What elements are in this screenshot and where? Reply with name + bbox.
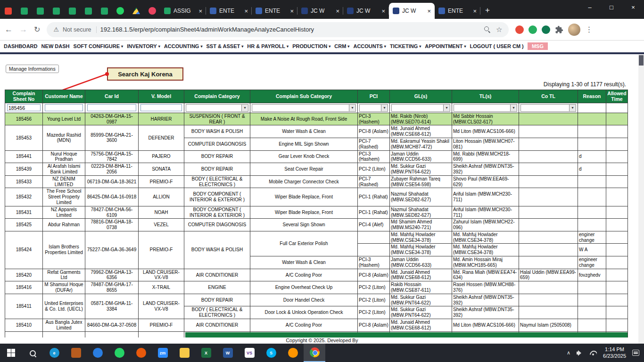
table-row[interactable]: 185453Mazedur Rashid (MDN)85999-DM-GHA-2… — [5, 125, 628, 138]
pinned-tab-sheets-6[interactable] — [96, 3, 112, 19]
table-row[interactable]: 185433NZ DENIM LIMITED06719-DM-GA-18-362… — [5, 175, 628, 188]
column-header[interactable]: Car Id — [85, 90, 139, 103]
column-header[interactable]: Customer Name — [43, 90, 85, 103]
filter-co-tl-select[interactable]: ▾ — [520, 104, 576, 112]
nav-item-soft-configure[interactable]: SOFT CONFIGURE▾ — [74, 43, 123, 49]
tab-close-icon[interactable]: × — [290, 8, 294, 15]
table-row[interactable]: 185410Aus Bangla Jutex Limited84660-DM-G… — [5, 319, 628, 332]
table-row[interactable]: 185432The Free School Street Property Li… — [5, 188, 628, 206]
taskbar-search-button[interactable] — [22, 344, 43, 362]
tab-close-icon[interactable]: × — [244, 8, 248, 15]
pinned-tab-gmail[interactable] — [0, 3, 16, 19]
taskbar-app-chrome[interactable] — [304, 344, 325, 362]
taskbar-app-app-orange[interactable] — [65, 344, 87, 362]
nav-item-logout-user-cm[interactable]: LOGOUT ( USER CM ) — [470, 43, 524, 49]
nav-item-accounting[interactable]: ACCOUNTING▾ — [164, 43, 203, 49]
filter-complain-sheet-no-input[interactable] — [7, 104, 41, 111]
security-label[interactable]: Not secure — [63, 26, 96, 33]
extension-icon-dark-green[interactable] — [542, 25, 550, 34]
taskbar-app-zoom[interactable]: zm — [152, 344, 173, 362]
pinned-tab-sheets-2[interactable] — [32, 3, 48, 19]
taskbar-app-app-blue[interactable] — [87, 344, 108, 362]
pinned-tab-misc[interactable] — [144, 3, 160, 19]
forward-icon[interactable]: → — [19, 25, 27, 34]
tab-close-icon[interactable]: × — [473, 8, 477, 15]
table-row[interactable]: 185441Nurul Hoque Pradhan75756-DM-GHA-15… — [5, 150, 628, 163]
action-center-icon[interactable] — [632, 350, 639, 356]
table-row[interactable]: 185420Refat Garments Ltd79962-DM-GHA-13-… — [5, 269, 628, 281]
url-text[interactable]: 192.168.1.5/erp/erp/complainSheet4/admin… — [100, 26, 314, 33]
pinned-tab-sheets-1[interactable] — [16, 3, 32, 19]
taskbar-app-firefox[interactable] — [130, 344, 152, 362]
nav-item-hr-payroll[interactable]: HR & PAYROLL▾ — [247, 43, 289, 49]
column-header[interactable]: Reason — [578, 90, 606, 103]
back-icon[interactable]: ← — [5, 25, 13, 34]
browser-menu-icon[interactable]: ⋮ — [585, 25, 593, 34]
browser-tab[interactable]: ENTE× — [435, 3, 480, 19]
filter-complain-sub-category-select[interactable]: ▾ — [252, 104, 356, 112]
filter-car-id-input[interactable] — [87, 104, 136, 111]
filter-v-model-input[interactable] — [140, 104, 182, 111]
filter-customer-name-input[interactable] — [45, 104, 83, 111]
browser-tab[interactable]: JC W× — [343, 3, 389, 19]
column-header[interactable]: V. Model — [139, 90, 184, 103]
column-header[interactable]: Complain Category — [184, 90, 250, 103]
browser-tab[interactable]: ASSIG× — [160, 3, 206, 19]
pinned-tab-whatsapp[interactable] — [112, 3, 128, 19]
taskbar-app-visual-studio[interactable]: VS — [239, 344, 260, 362]
filter-tl-select[interactable]: ▾ — [454, 104, 517, 112]
filter-pci-select[interactable]: ▾ — [359, 104, 388, 112]
browser-tab[interactable]: JC W× — [389, 3, 435, 19]
reload-icon[interactable]: ↻ — [34, 25, 40, 34]
scrollbar-thumb[interactable] — [639, 55, 644, 66]
msg-badge[interactable]: MSG — [528, 42, 548, 50]
column-header[interactable]: TL(s) — [452, 90, 519, 103]
new-tab-button[interactable]: + — [485, 6, 490, 15]
pinned-tab-sheets-5[interactable] — [80, 3, 96, 19]
column-header[interactable]: Complain Sub Category — [250, 90, 358, 103]
column-header[interactable]: Co TL — [519, 90, 578, 103]
taskbar-app-word[interactable]: W — [217, 344, 239, 362]
taskbar-app-excel[interactable]: X — [195, 344, 217, 362]
table-row[interactable]: 185425Abdur Rahman78816-DM-GHA-18-0738VE… — [5, 219, 628, 231]
table-row[interactable]: 185416M Shamsul Hoque (DUFAr)78487-DM-GH… — [5, 281, 628, 294]
taskbar-app-firefox-2[interactable] — [282, 344, 304, 362]
nav-item-accounts[interactable]: ACCOUNTS▾ — [353, 43, 386, 49]
browser-tab[interactable]: JC W× — [297, 3, 343, 19]
hidden-icons-chevron[interactable]: ∧ — [567, 350, 570, 356]
browser-tab[interactable]: ENTE× — [252, 3, 297, 19]
nav-item-sst-asset[interactable]: SST & ASSET▾ — [206, 43, 244, 49]
tab-close-icon[interactable]: × — [427, 8, 431, 15]
nav-item-inventory[interactable]: INVENTORY▾ — [127, 43, 160, 49]
table-row[interactable]: 185439Al Arafah Islami Bank Limited02229… — [5, 163, 628, 176]
nav-item-dashboard[interactable]: DASHBOARD — [4, 43, 38, 49]
column-header[interactable]: Complain Sheet No — [5, 90, 43, 103]
taskbar-clock[interactable]: 1:14 PM 6/23/2025 — [603, 346, 626, 360]
search-icon[interactable] — [484, 26, 490, 33]
pinned-tab-sheets-4[interactable] — [64, 3, 80, 19]
nav-item-new-dash[interactable]: NEW DASH — [41, 43, 70, 49]
bookmark-star-icon[interactable]: ☆ — [496, 25, 502, 34]
taskbar-app-sticky-notes[interactable] — [173, 344, 195, 362]
nav-item-appointment[interactable]: APPOINTMENT▾ — [425, 43, 466, 49]
browser-tab[interactable]: ENTE× — [206, 3, 252, 19]
filter-complain-category-select[interactable]: ▾ — [186, 104, 248, 112]
page-scrollbar[interactable] — [638, 54, 644, 344]
address-bar[interactable]: ⚠ Not secure 192.168.1.5/erp/erp/complai… — [47, 22, 509, 37]
nav-item-ticketing[interactable]: TICKETING▾ — [390, 43, 421, 49]
extension-icon-red[interactable] — [515, 25, 524, 34]
volume-icon[interactable] — [577, 350, 584, 356]
tab-close-icon[interactable]: × — [381, 8, 385, 15]
pinned-tab-drive[interactable] — [128, 3, 144, 19]
pinned-tab-sheets-3[interactable] — [48, 3, 64, 19]
minimize-button[interactable]: – — [579, 0, 601, 14]
taskbar-app-edge[interactable]: e — [43, 344, 65, 362]
tab-close-icon[interactable]: × — [198, 8, 202, 15]
network-icon[interactable] — [590, 350, 597, 355]
profile-avatar[interactable] — [568, 24, 580, 36]
table-row[interactable]: 185411United Enterprises & Co. Ltd. (UEC… — [5, 294, 628, 306]
close-button[interactable]: × — [622, 0, 644, 14]
extensions-puzzle-icon[interactable] — [555, 25, 563, 34]
nav-item-crm[interactable]: CRM▾ — [334, 43, 349, 49]
table-row[interactable]: 185456Young Level Ltd04263-DM-GHA-15-098… — [5, 113, 628, 125]
